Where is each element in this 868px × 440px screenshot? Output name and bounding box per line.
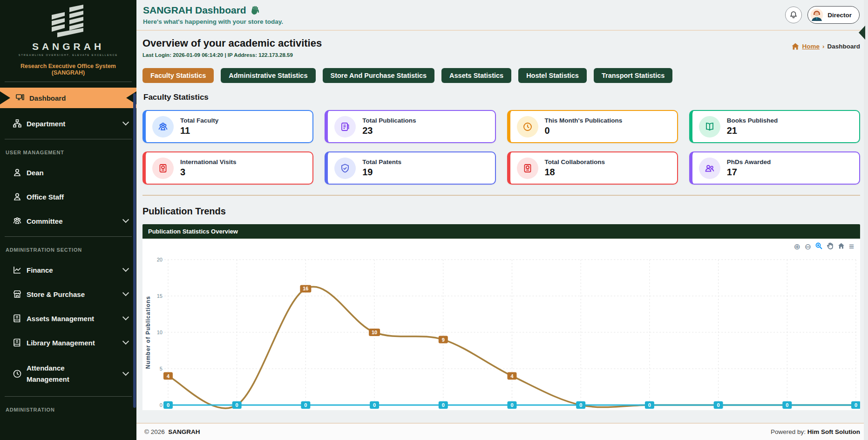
chevron-down-icon [122,289,129,296]
notifications-button[interactable] [785,7,802,23]
logo: SANGRAH STREAMLINE OVERSIGHT, ELEVATE EX… [0,0,136,56]
sidebar-item-label: Finance [27,266,53,274]
svg-text:0: 0 [167,402,170,408]
stat-card-total-publications[interactable]: Total Publications 23 [325,110,495,143]
sidebar-item-library-management[interactable]: Library Management [0,334,136,351]
divider [142,195,860,196]
svg-text:0: 0 [648,402,651,408]
profile-button[interactable]: Director [807,6,860,24]
zoom-out-icon[interactable]: ⊖ [805,243,811,251]
svg-text:20: 20 [157,257,163,262]
store-icon [13,290,21,298]
stats-cards: Total Faculty 11 Total Publications 23 T… [142,110,860,185]
sidebar-item-label: Attendance Management [27,363,96,385]
stat-label: Books Published [727,117,778,124]
breadcrumb: Home › Dashboard [792,43,860,50]
clock-icon [517,116,538,138]
stat-value: 23 [362,125,416,136]
page-content: Overview of your academic activities Las… [136,31,868,423]
stat-value: 17 [727,167,771,178]
svg-text:0: 0 [373,402,376,408]
sidebar-item-label: Committee [27,217,63,225]
chart-toolbar: ⊕ ⊖ ≡ [793,241,854,252]
stat-label: Total Collaborations [545,158,605,165]
monitor-icon [16,94,24,102]
sidebar-item-label: Dean [27,169,44,177]
page-scrollbar[interactable] [864,0,868,440]
sidebar-item-committee[interactable]: Committee [0,212,136,230]
stat-card-total-patents[interactable]: Total Patents 19 [325,151,495,185]
stat-card-phds-awarded[interactable]: PhDs Awarded 17 [689,151,860,185]
tab-hostel-statistics[interactable]: Hostel Statistics [518,68,587,83]
svg-text:0: 0 [786,402,788,408]
sidebar-item-department[interactable]: Department [0,115,136,132]
sidebar-item-label: Dashboard [29,94,66,102]
logo-title: SANGRAH [0,41,136,52]
sitemap-icon [13,119,21,128]
chart-menu-icon[interactable]: ≡ [849,241,854,252]
sidebar-item-dean[interactable]: Dean [0,164,136,181]
sidebar-item-assets-management[interactable]: Assets Management [0,309,136,327]
stat-value: 18 [545,167,605,178]
main-area: SANGRAH Dashboard Here's what's happenin… [136,0,868,440]
tab-faculty-statistics[interactable]: Faculty Statistics [142,68,214,83]
home-reset-icon[interactable] [838,242,845,251]
tab-assets-statistics[interactable]: Assets Statistics [441,68,511,83]
stat-card-this-months-publications[interactable]: This Month's Publications 0 [507,110,678,143]
divider [5,236,132,237]
stat-label: PhDs Awarded [727,158,771,165]
stat-card-total-collaborations[interactable]: Total Collaborations 18 [507,151,678,185]
footer-copyright: © 2026 SANGRAH [144,428,200,435]
stat-card-total-faculty[interactable]: Total Faculty 11 [142,110,313,143]
book-icon [13,314,21,323]
logo-tagline: STREAMLINE OVERSIGHT, ELEVATE EXCELLENCE [0,54,136,56]
section-label-administration-section: ADMINISTRATION SECTION [0,245,136,254]
passport-icon [517,158,538,179]
user-icon [13,192,21,201]
tab-transport-statistics[interactable]: Transport Statistics [594,68,672,83]
sidebar-item-dashboard[interactable]: Dashboard [0,88,136,108]
stat-value: 3 [180,167,237,178]
sidebar-scrollbar[interactable] [133,93,136,408]
svg-text:10: 10 [372,330,377,335]
sidebar-item-label: Assets Management [27,315,94,323]
footer: © 2026 SANGRAH Powered by: Him Soft Solu… [136,423,868,440]
pan-icon[interactable] [827,242,834,251]
svg-text:0: 0 [304,402,307,408]
section-label-administration: ADMINISTRATION [0,405,136,414]
dashboard-title-row: SANGRAH Dashboard [143,5,283,16]
tab-store-and-purchase-statistics[interactable]: Store And Purchase Statistics [323,68,435,83]
breadcrumb-home-link[interactable]: Home [802,43,820,50]
shield-check-icon [334,158,356,179]
chart-panel-title: Publication Statistics Overview [142,224,860,239]
publication-chart[interactable]: 05101520Number of Publications4161094000… [142,239,860,410]
stat-label: Total Patents [362,158,401,165]
user-icon [13,168,21,177]
users-icon [13,217,21,225]
divider [5,82,132,82]
svg-text:Number of Publications: Number of Publications [145,296,151,369]
sidebar-item-attendance-management[interactable]: Attendance Management [0,358,136,390]
system-name: Research Executive Office System (SANGRA… [0,63,136,76]
chevron-down-icon [122,314,129,320]
publication-chart-panel: Publication Statistics Overview ⊕ ⊖ [142,224,860,410]
zoom-in-icon[interactable]: ⊕ [793,243,800,251]
topbar-title: SANGRAH Dashboard [143,5,246,16]
chevron-down-icon [122,369,129,376]
sidebar-item-store-purchase[interactable]: Store & Purchase [0,285,136,303]
profile-label: Director [827,12,852,19]
sidebar: SANGRAH STREAMLINE OVERSIGHT, ELEVATE EX… [0,0,136,440]
book-icon [13,338,21,347]
sidebar-item-office-staff[interactable]: Office Staff [0,188,136,206]
sidebar-item-label: Library Management [27,339,95,347]
sidebar-item-finance[interactable]: Finance [0,261,136,279]
stat-card-books-published[interactable]: Books Published 21 [689,110,860,143]
chart-body: ⊕ ⊖ ≡ 05101520Number of Publicat [142,239,860,410]
stat-label: International Visits [180,158,237,165]
chevron-down-icon [122,216,129,223]
tab-administrative-statistics[interactable]: Administrative Statistics [221,68,315,83]
settings-drawer-toggle[interactable] [859,26,865,40]
stat-label: Total Faculty [180,117,218,124]
selection-zoom-icon[interactable] [815,242,822,251]
stat-card-international-visits[interactable]: International Visits 3 [142,151,313,185]
